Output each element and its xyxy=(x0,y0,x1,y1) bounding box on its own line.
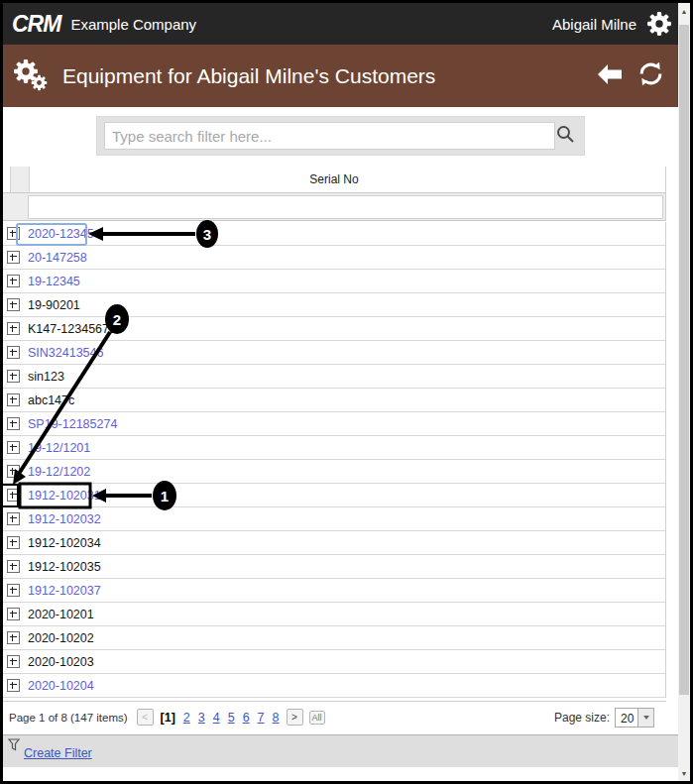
back-arrow-icon[interactable] xyxy=(596,62,624,90)
expand-icon[interactable] xyxy=(7,655,20,668)
search-icon[interactable] xyxy=(555,124,575,148)
expand-icon[interactable] xyxy=(7,346,20,359)
serial-link[interactable]: sin123 xyxy=(28,370,64,384)
search-bar xyxy=(96,116,585,156)
table-row[interactable]: 2020-10203 xyxy=(3,650,665,674)
serial-link[interactable]: abc147c xyxy=(28,393,74,407)
expand-icon[interactable] xyxy=(7,441,20,454)
expand-icon[interactable] xyxy=(7,298,20,311)
serial-link[interactable]: 2020-10203 xyxy=(28,655,94,669)
table-row[interactable]: SIN32413546 xyxy=(3,341,665,365)
serial-link[interactable]: 1912-102034 xyxy=(28,536,101,550)
table-row[interactable]: 1912-102034 xyxy=(3,531,665,555)
page-link[interactable]: 2 xyxy=(183,711,190,725)
chevron-down-icon xyxy=(643,716,649,720)
serial-link[interactable]: 19-12/1202 xyxy=(28,465,90,479)
expand-icon[interactable] xyxy=(7,322,20,335)
table-row[interactable]: SP19-12185274 xyxy=(3,412,665,436)
serial-link[interactable]: 1912-102031 xyxy=(28,489,101,503)
table-row[interactable]: 2020-10202 xyxy=(3,626,665,650)
all-pages-button[interactable]: All xyxy=(309,711,325,725)
page-size-select[interactable]: 20 xyxy=(615,708,654,728)
search-input[interactable] xyxy=(104,122,555,150)
expand-icon[interactable] xyxy=(7,227,20,240)
serial-link[interactable]: 19-90201 xyxy=(28,298,80,312)
table-row[interactable]: 2020-10204 xyxy=(3,674,665,698)
table-row[interactable]: 1912-102035 xyxy=(3,555,665,579)
table-row[interactable]: 2020-12345 xyxy=(3,222,665,246)
page-link[interactable]: 4 xyxy=(213,711,220,725)
serial-link[interactable]: K147-123456789 xyxy=(28,322,123,336)
table-row[interactable]: 1912-102032 xyxy=(3,507,665,531)
expand-icon[interactable] xyxy=(7,370,20,383)
next-page-button[interactable]: > xyxy=(287,709,303,726)
refresh-icon[interactable] xyxy=(637,60,664,91)
page-summary: Page 1 of 8 (147 items) xyxy=(9,712,128,724)
table-row[interactable]: K147-123456789 xyxy=(3,317,665,341)
gears-icon xyxy=(13,56,55,96)
column-header-serial-no[interactable]: Serial No xyxy=(3,167,665,193)
serial-link[interactable]: 1912-102035 xyxy=(28,560,101,574)
expand-icon[interactable] xyxy=(7,251,20,264)
page-link[interactable]: 6 xyxy=(243,711,250,725)
scroll-down-icon[interactable]: ▼ xyxy=(678,766,690,780)
expand-icon[interactable] xyxy=(7,679,20,692)
serial-link[interactable]: 2020-12345 xyxy=(28,227,94,241)
expand-icon[interactable] xyxy=(7,275,20,287)
expand-icon[interactable] xyxy=(7,417,20,430)
vertical-scrollbar[interactable]: ▲ ▼ xyxy=(678,3,690,781)
grid-header: Serial No xyxy=(3,167,666,193)
grid-body: 2020-12345 20-147258 19-12345 19-90201 K… xyxy=(3,222,666,698)
crm-logo: CRM xyxy=(12,11,60,38)
serial-link[interactable]: 2020-10204 xyxy=(28,679,94,693)
page-link[interactable]: 3 xyxy=(198,711,205,725)
table-row[interactable]: abc147c xyxy=(3,389,665,412)
page-link[interactable]: 5 xyxy=(228,711,235,725)
page-size-label: Page size: xyxy=(554,711,610,725)
expand-icon[interactable] xyxy=(7,512,20,525)
expand-icon[interactable] xyxy=(7,536,20,549)
table-row[interactable]: 1912-102031 xyxy=(3,484,665,507)
table-row[interactable]: 19-12/1201 xyxy=(3,436,665,460)
table-row[interactable]: 19-12/1202 xyxy=(3,460,665,484)
prev-page-button[interactable]: < xyxy=(137,709,154,726)
page-size-dropdown-button[interactable] xyxy=(637,709,653,727)
serial-link[interactable]: 2020-10202 xyxy=(28,631,94,645)
page-links: 2345678 xyxy=(179,711,284,725)
settings-gear-icon[interactable] xyxy=(646,11,672,37)
scroll-up-icon[interactable]: ▲ xyxy=(678,4,690,18)
expand-icon[interactable] xyxy=(7,393,20,406)
page-size-value: 20 xyxy=(616,709,637,727)
filter-funnel-icon xyxy=(8,737,20,755)
page-link[interactable]: 8 xyxy=(273,711,280,725)
column-filter-input[interactable] xyxy=(28,195,663,219)
expand-icon[interactable] xyxy=(7,608,20,620)
grid-filter-row xyxy=(3,193,666,221)
table-row[interactable]: 2020-10201 xyxy=(3,603,665,626)
table-row[interactable]: sin123 xyxy=(3,365,665,389)
serial-link[interactable]: 20-147258 xyxy=(28,251,87,265)
scrollbar-thumb[interactable] xyxy=(679,25,689,695)
company-name: Example Company xyxy=(70,16,196,33)
serial-link[interactable]: 1912-102037 xyxy=(28,584,101,598)
expand-icon[interactable] xyxy=(7,560,20,573)
top-bar: CRM Example Company Abigail Milne xyxy=(3,3,678,45)
page-header: Equipment for Abigail Milne's Customers xyxy=(3,45,678,107)
serial-link[interactable]: 19-12345 xyxy=(28,275,80,288)
expand-icon[interactable] xyxy=(7,489,20,502)
table-row[interactable]: 19-90201 xyxy=(3,293,665,317)
serial-link[interactable]: SP19-12185274 xyxy=(28,417,117,431)
table-row[interactable]: 20-147258 xyxy=(3,246,665,270)
expand-icon[interactable] xyxy=(7,584,20,597)
serial-link[interactable]: 1912-102032 xyxy=(28,512,101,526)
create-filter-link[interactable]: Create Filter xyxy=(24,746,92,760)
user-name: Abigail Milne xyxy=(552,16,636,33)
serial-link[interactable]: 19-12/1201 xyxy=(28,441,90,455)
serial-link[interactable]: 2020-10201 xyxy=(28,608,94,621)
expand-icon[interactable] xyxy=(7,631,20,644)
table-row[interactable]: 1912-102037 xyxy=(3,579,665,603)
expand-icon[interactable] xyxy=(7,465,20,478)
page-link[interactable]: 7 xyxy=(258,711,265,725)
table-row[interactable]: 19-12345 xyxy=(3,270,665,293)
serial-link[interactable]: SIN32413546 xyxy=(28,346,103,360)
